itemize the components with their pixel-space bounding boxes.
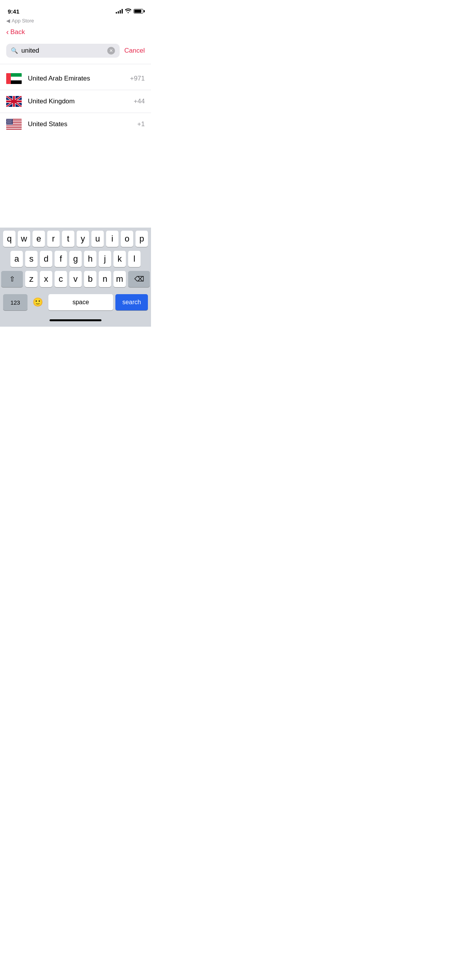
- svg-point-28: [10, 120, 10, 121]
- clear-button[interactable]: ✕: [107, 47, 115, 55]
- country-list: United Arab Emirates +971 United: [0, 67, 151, 135]
- status-bar: 9:41: [0, 0, 151, 17]
- svg-point-37: [10, 122, 10, 123]
- cancel-button[interactable]: Cancel: [124, 47, 145, 55]
- country-code: +971: [130, 75, 145, 82]
- svg-rect-17: [6, 125, 22, 125]
- key-n[interactable]: n: [99, 271, 111, 287]
- key-c[interactable]: c: [55, 271, 67, 287]
- app-store-label: App Store: [12, 18, 34, 24]
- svg-point-43: [11, 123, 12, 124]
- svg-point-42: [10, 123, 11, 124]
- key-o[interactable]: o: [121, 231, 133, 247]
- key-m[interactable]: m: [113, 271, 126, 287]
- key-a[interactable]: a: [10, 251, 23, 267]
- back-button[interactable]: ‹ Back: [6, 28, 25, 36]
- key-y[interactable]: y: [77, 231, 89, 247]
- country-code: +44: [134, 98, 145, 105]
- key-l[interactable]: l: [128, 251, 141, 267]
- search-bar[interactable]: 🔍 ✕: [6, 44, 120, 58]
- svg-point-25: [11, 119, 12, 120]
- svg-point-35: [7, 122, 8, 123]
- key-u[interactable]: u: [91, 231, 104, 247]
- svg-point-23: [9, 119, 10, 120]
- svg-point-39: [7, 123, 7, 124]
- wifi-icon: [125, 9, 131, 14]
- key-q[interactable]: q: [3, 231, 15, 247]
- svg-rect-0: [6, 73, 11, 84]
- key-p[interactable]: p: [136, 231, 148, 247]
- status-icons: [116, 9, 143, 14]
- key-z[interactable]: z: [25, 271, 38, 287]
- list-item[interactable]: United States +1: [0, 113, 151, 135]
- country-name: United Arab Emirates: [28, 75, 130, 82]
- search-input[interactable]: [21, 47, 104, 55]
- svg-point-31: [8, 121, 9, 122]
- search-divider: [0, 64, 151, 64]
- search-key[interactable]: search: [115, 294, 148, 310]
- key-v[interactable]: v: [69, 271, 82, 287]
- status-time: 9:41: [8, 8, 19, 15]
- key-g[interactable]: g: [69, 251, 82, 267]
- svg-rect-19: [6, 128, 22, 129]
- country-name: United Kingdom: [28, 98, 134, 105]
- svg-point-29: [11, 120, 12, 121]
- flag-icon-uk: [6, 96, 22, 107]
- country-name: United States: [28, 120, 137, 128]
- svg-point-21: [7, 119, 7, 120]
- delete-key[interactable]: ⌫: [128, 271, 150, 287]
- keyboard-row-2: a s d f g h j k l: [1, 251, 150, 267]
- svg-rect-18: [6, 126, 22, 127]
- keyboard-row-3: ⇧ z x c v b n m ⌫: [1, 271, 150, 287]
- nav-bar: ‹ Back: [0, 24, 151, 41]
- svg-point-41: [9, 123, 10, 124]
- svg-point-38: [11, 122, 12, 123]
- numbers-key[interactable]: 123: [3, 294, 27, 310]
- key-h[interactable]: h: [84, 251, 96, 267]
- back-label: Back: [10, 28, 25, 36]
- space-key[interactable]: space: [48, 294, 113, 310]
- key-j[interactable]: j: [99, 251, 111, 267]
- flag-icon-us: [6, 118, 22, 130]
- key-t[interactable]: t: [62, 231, 74, 247]
- svg-point-30: [7, 121, 7, 122]
- svg-point-24: [10, 119, 11, 120]
- flag-icon-uae: [6, 73, 22, 84]
- list-item[interactable]: United Arab Emirates +971: [0, 67, 151, 90]
- keyboard-row-1: q w e r t y u i o p: [1, 231, 150, 247]
- search-container: 🔍 ✕ Cancel: [0, 41, 151, 61]
- key-d[interactable]: d: [40, 251, 52, 267]
- svg-point-36: [9, 122, 9, 123]
- svg-rect-12: [6, 101, 22, 103]
- app-store-header: ◀ App Store: [0, 17, 151, 24]
- key-f[interactable]: f: [55, 251, 67, 267]
- country-code: +1: [137, 120, 145, 128]
- battery-icon: [134, 9, 143, 14]
- emoji-key[interactable]: 🙂: [30, 294, 46, 310]
- home-indicator: [0, 314, 151, 327]
- svg-point-33: [10, 121, 11, 122]
- back-chevron-icon: ‹: [6, 27, 9, 36]
- svg-point-32: [9, 121, 10, 122]
- svg-point-22: [8, 119, 9, 120]
- svg-rect-1: [11, 73, 22, 77]
- key-x[interactable]: x: [40, 271, 52, 287]
- key-w[interactable]: w: [18, 231, 30, 247]
- keyboard: q w e r t y u i o p a s d f g h j k l ⇧ …: [0, 228, 151, 327]
- signal-icon: [116, 9, 123, 14]
- svg-point-27: [9, 120, 9, 121]
- keyboard-bottom-bar: 123 🙂 space search: [0, 293, 151, 314]
- key-r[interactable]: r: [47, 231, 60, 247]
- svg-point-40: [8, 123, 9, 124]
- key-k[interactable]: k: [113, 251, 126, 267]
- key-s[interactable]: s: [25, 251, 38, 267]
- search-glass-icon: 🔍: [11, 47, 18, 54]
- list-item[interactable]: United Kingdom +44: [0, 90, 151, 113]
- key-b[interactable]: b: [84, 271, 96, 287]
- svg-rect-2: [11, 77, 22, 80]
- svg-rect-3: [11, 81, 22, 84]
- key-e[interactable]: e: [33, 231, 45, 247]
- key-i[interactable]: i: [106, 231, 118, 247]
- shift-key[interactable]: ⇧: [1, 271, 23, 287]
- svg-point-26: [7, 120, 8, 121]
